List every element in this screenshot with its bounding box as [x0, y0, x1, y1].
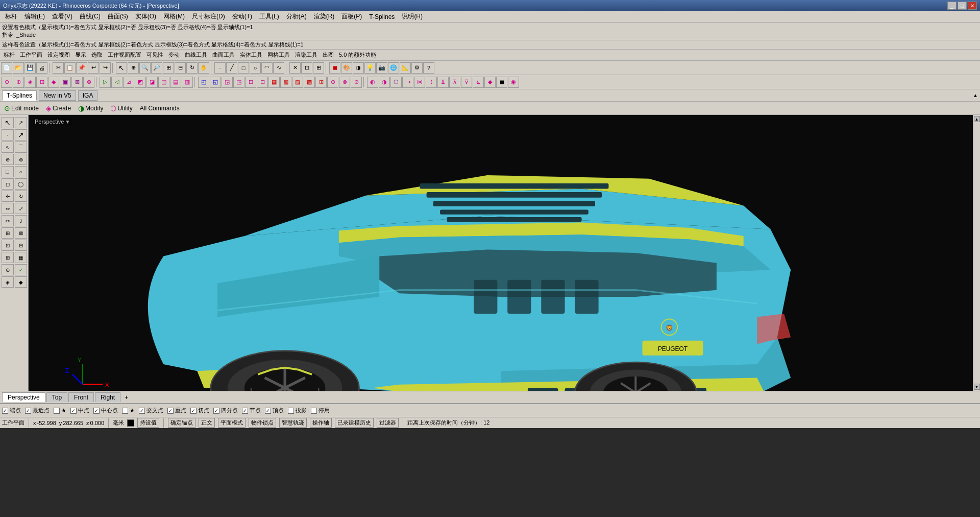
ts-tab-iga[interactable]: IGA — [78, 90, 98, 101]
tb2-27[interactable]: ⊞ — [315, 77, 327, 88]
snap-tan[interactable]: ✓ 切点 — [190, 407, 209, 414]
snap-nearest[interactable]: ✓ 最近点 — [25, 407, 50, 414]
tb-copy[interactable]: 📋 — [64, 62, 76, 74]
tb-arc[interactable]: ◠ — [261, 62, 273, 74]
viewport[interactable]: Perspective ▼ — [29, 115, 973, 391]
viewport-dropdown-icon[interactable]: ▼ — [65, 119, 70, 125]
tb2-5[interactable]: ◆ — [48, 77, 59, 88]
tb-select[interactable]: ↖ — [116, 62, 127, 74]
vp-tab-top[interactable]: Top — [46, 392, 67, 402]
tb-line[interactable]: ╱ — [226, 62, 237, 74]
tb2-26[interactable]: ▩ — [304, 77, 315, 88]
tab-viewport-config[interactable]: 工作视面配置 — [105, 51, 144, 59]
tb2-35[interactable]: ⋈ — [414, 77, 425, 88]
object-snap-btn[interactable]: 物件锁点 — [249, 418, 276, 428]
tab-solid-tools[interactable]: 实体工具 — [237, 51, 265, 59]
ts-allcmds-btn[interactable]: All Commands — [138, 104, 182, 113]
text-btn[interactable]: 正文 — [199, 418, 215, 428]
tb2-9[interactable]: ▷ — [100, 77, 111, 88]
tb-light[interactable]: 💡 — [364, 62, 376, 74]
menu-biaogun[interactable]: 标杆 — [2, 11, 20, 22]
window-controls[interactable]: _ □ ✕ — [947, 2, 977, 10]
lt-select2[interactable]: ↗ — [15, 117, 27, 128]
lt-grid[interactable]: ⊞ — [2, 252, 14, 263]
gumball-btn[interactable]: 操作轴 — [310, 418, 332, 428]
tb-rotate[interactable]: ↻ — [186, 62, 198, 74]
vp-tab-perspective[interactable]: Perspective — [2, 392, 45, 402]
lt-extend[interactable]: ⤸ — [15, 215, 27, 226]
snap-knot-check[interactable]: ✓ — [242, 408, 248, 414]
menu-panel[interactable]: 面板(P) — [338, 11, 365, 22]
close-button[interactable]: ✕ — [968, 2, 977, 10]
ts-tab-newv5[interactable]: New in V5 — [39, 90, 76, 101]
ts-tab-tsplines[interactable]: T-Splines — [2, 90, 37, 101]
tb-save[interactable]: 💾 — [24, 62, 36, 74]
tab-surface-tools[interactable]: 曲面工具 — [210, 51, 237, 59]
ts-tab-collapse[interactable]: ▲ — [973, 92, 978, 98]
lt-rotate[interactable]: ↻ — [15, 191, 27, 202]
tab-render-tools[interactable]: 渲染工具 — [292, 51, 320, 59]
snap-nearest-check[interactable]: ✓ — [25, 408, 31, 414]
tb-material[interactable]: ◑ — [353, 62, 364, 74]
menu-help[interactable]: 说明(H) — [399, 11, 426, 22]
tb-new[interactable]: 📄 — [1, 62, 12, 74]
lt-boolean2[interactable]: ⊟ — [15, 240, 27, 251]
tab-display[interactable]: 显示 — [72, 51, 89, 59]
tb2-12[interactable]: ◩ — [135, 77, 146, 88]
scroll-up[interactable]: ▲ — [974, 116, 980, 122]
tb2-37[interactable]: ⊻ — [437, 77, 449, 88]
filter-btn[interactable]: 过滤器 — [377, 418, 399, 428]
snap-int-check[interactable]: ✓ — [139, 408, 145, 414]
minimize-button[interactable]: _ — [947, 2, 957, 10]
tb2-7[interactable]: ⊠ — [71, 77, 83, 88]
right-scrollbar[interactable]: ▲ ▼ — [973, 115, 980, 391]
lt-curve2[interactable]: ⌒ — [15, 142, 27, 153]
snap-knot[interactable]: ✓ 节点 — [242, 407, 261, 414]
tb-delete[interactable]: ✕ — [289, 62, 301, 74]
snap-star2[interactable]: ★ — [122, 407, 135, 414]
tb2-42[interactable]: ◼ — [496, 77, 507, 88]
menu-render[interactable]: 渲染(R) — [311, 11, 338, 22]
tb2-34[interactable]: ⊸ — [402, 77, 413, 88]
tb-move[interactable]: ⊕ — [128, 62, 139, 74]
menu-analysis[interactable]: 分析(A) — [283, 11, 310, 22]
lt-snap[interactable]: ⊙ — [2, 264, 14, 275]
menu-edit[interactable]: 编辑(E) — [21, 11, 48, 22]
tb2-33[interactable]: ⬡ — [390, 77, 402, 88]
menu-dim[interactable]: 尺寸标注(D) — [189, 11, 228, 22]
tab-workplane[interactable]: 工作平面 — [17, 51, 45, 59]
tb-rect[interactable]: □ — [238, 62, 249, 74]
snap-vertex[interactable]: ✓ 顶点 — [265, 407, 284, 414]
ts-utility-btn[interactable]: ⬡ Utility — [108, 103, 134, 113]
vp-tab-add[interactable]: + — [121, 393, 131, 402]
tb2-3[interactable]: ◈ — [24, 77, 36, 88]
menu-tsplines[interactable]: T-Splines — [366, 12, 398, 21]
menu-mesh[interactable]: 网格(M) — [160, 11, 188, 22]
tab-mesh-tools[interactable]: 网格工具 — [265, 51, 292, 59]
lt-cyl[interactable]: ◯ — [15, 178, 27, 190]
lt-curve[interactable]: ∿ — [2, 142, 14, 153]
smart-track-btn[interactable]: 智慧轨迹 — [279, 418, 307, 428]
vp-tab-right[interactable]: Right — [95, 392, 120, 402]
menu-tools[interactable]: 工具(L) — [256, 11, 282, 22]
tb-layer[interactable]: 📐 — [400, 62, 411, 74]
viewport-label[interactable]: Perspective ▼ — [33, 118, 72, 125]
maximize-button[interactable]: □ — [958, 2, 967, 10]
lt-scale[interactable]: ⤢ — [15, 203, 27, 214]
tab-extra[interactable]: 5.0 的额外功能 — [336, 51, 379, 59]
snap-perp[interactable]: ✓ 重点 — [167, 407, 186, 414]
tab-curve-tools[interactable]: 曲线工具 — [182, 51, 210, 59]
lt-move[interactable]: ✛ — [2, 191, 14, 202]
snap-project[interactable]: 投影 — [288, 407, 307, 414]
lt-prop[interactable]: ◆ — [15, 276, 27, 288]
menu-transform[interactable]: 变动(T) — [229, 11, 255, 22]
lt-mirror[interactable]: ⇔ — [2, 203, 14, 214]
tb-help[interactable]: ? — [423, 62, 434, 74]
confirm-anchor-btn[interactable]: 确定锚点 — [168, 418, 195, 428]
snap-star[interactable]: ★ — [54, 407, 66, 414]
snap-endpoint[interactable]: ✓ 端点 — [2, 407, 21, 414]
snap-vertex-check[interactable]: ✓ — [265, 408, 271, 414]
tb2-17[interactable]: ◰ — [198, 77, 209, 88]
lt-explode[interactable]: ⊠ — [15, 227, 27, 239]
lt-line[interactable]: ↗ — [15, 129, 27, 140]
